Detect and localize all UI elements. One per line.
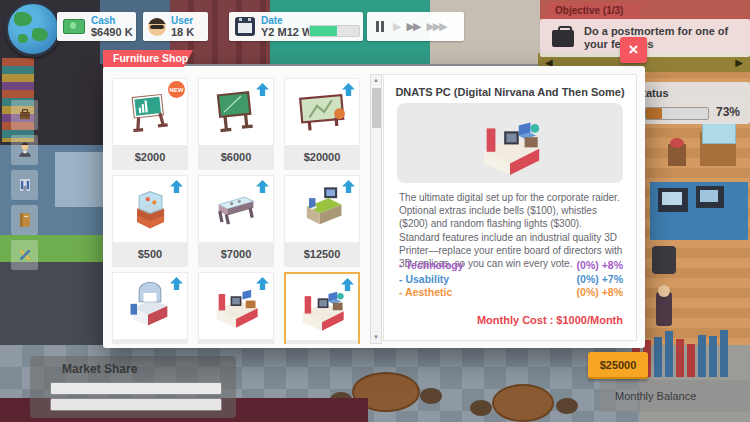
user-value: 18 K — [171, 26, 194, 38]
pause-button[interactable] — [376, 21, 386, 32]
objective-text: Do a postmortem for one of your features — [584, 25, 742, 51]
machine-icon — [15, 175, 35, 195]
upgrade-arrow-icon — [341, 82, 356, 101]
week-progress-fill — [310, 26, 337, 36]
journal-icon — [15, 210, 35, 230]
shop-item-grid: NEW $2000 $6000 $20000 $500 $7000 $12500 — [112, 74, 366, 344]
sidebar-button-journal[interactable] — [11, 205, 38, 235]
monitor-screen — [700, 190, 718, 202]
market-share-track-red — [50, 398, 222, 411]
balance-bar — [687, 344, 695, 377]
shop-item-desk-blue[interactable] — [112, 272, 188, 344]
stat-row: - Usability (0%) +7% — [399, 273, 623, 287]
sidebar-button-employee[interactable] — [11, 135, 38, 165]
plant — [670, 138, 684, 148]
cash-value: $6490 K — [91, 26, 133, 38]
shop-item-desk-red[interactable] — [198, 272, 274, 344]
minimap-globe[interactable] — [5, 1, 61, 57]
employee-icon — [15, 140, 35, 160]
person — [656, 292, 672, 326]
shop-item-desk-dnats[interactable] — [284, 272, 360, 344]
stat-value: (0%) +8% — [577, 259, 623, 273]
scroll-up-arrow-icon[interactable]: ▲ — [371, 75, 381, 86]
cash-label: Cash — [91, 15, 133, 26]
fastest-forward-button[interactable]: ▶▶▶ — [426, 21, 445, 32]
game-screen: { "topbar": { "cash": {"label": "Cash", … — [0, 0, 750, 422]
scroll-down-arrow-icon[interactable]: ▼ — [371, 332, 381, 343]
chair — [420, 388, 442, 404]
monitor-screen — [662, 192, 682, 205]
week-progress-track — [309, 25, 360, 37]
sidebar-button-tools[interactable] — [11, 240, 38, 270]
shop-item-fishtank-long[interactable]: $7000 — [198, 175, 274, 267]
item-title: DNATS PC (Digital Nirvana And Then Some) — [384, 86, 636, 98]
shop-item-whiteboard[interactable]: NEW $2000 — [112, 78, 188, 170]
upgrade-arrow-icon — [341, 179, 356, 198]
upgrade-arrow-icon — [255, 276, 270, 295]
stat-name: - Technology — [399, 259, 464, 273]
shop-scrollbar[interactable]: ▲ ▼ — [370, 74, 382, 344]
fast-forward-button[interactable]: ▶▶ — [406, 21, 419, 32]
upgrade-arrow-icon — [255, 179, 270, 198]
stat-name: - Aesthetic — [399, 286, 452, 300]
item-price: $20000 — [285, 145, 359, 169]
shop-item-bigscreen[interactable]: $20000 — [284, 78, 360, 170]
briefcase-icon — [15, 105, 35, 125]
monthly-balance-label-panel: Monthly Balance — [600, 380, 750, 412]
item-price: $500 — [113, 242, 187, 266]
play-button[interactable]: ▶ — [393, 21, 399, 32]
upgrade-arrow-icon — [169, 179, 184, 198]
item-price — [199, 339, 273, 344]
balance-bar — [698, 335, 706, 377]
user-icon — [148, 18, 166, 36]
tools-icon — [15, 245, 35, 265]
market-share-title: Market Share — [62, 362, 137, 376]
item-monthly-cost: Monthly Cost : $1000/Month — [477, 314, 623, 326]
user-label: User — [171, 15, 194, 26]
item-price — [113, 339, 187, 344]
monthly-balance-label: Monthly Balance — [615, 390, 696, 402]
stat-value: (0%) +7% — [577, 273, 623, 287]
objective-next-button[interactable]: ▶ — [735, 57, 743, 68]
shop-item-fishtank-small[interactable]: $500 — [112, 175, 188, 267]
balance-bar — [720, 330, 728, 377]
status-progress-track — [645, 107, 709, 120]
close-icon[interactable]: × — [620, 37, 647, 63]
briefcase-icon — [552, 30, 574, 47]
stat-name: - Usability — [399, 273, 449, 287]
market-share-track-blue — [50, 382, 222, 395]
sidebar-toolbar — [11, 100, 38, 275]
item-price: $6000 — [199, 145, 273, 169]
market-share-panel: Market Share — [30, 356, 236, 418]
item-detail-panel: DNATS PC (Digital Nirvana And Then Some)… — [383, 74, 637, 341]
upgrade-arrow-icon — [340, 277, 355, 296]
objective-header: Objective (1/3) — [545, 3, 642, 19]
desk-dnats-icon — [456, 108, 564, 178]
upgrade-arrow-icon — [169, 276, 184, 295]
date-value: Y2 M12 W — [261, 26, 312, 38]
item-price — [286, 340, 358, 344]
item-price: $12500 — [285, 242, 359, 266]
chair — [556, 398, 578, 414]
user-panel: User 18 K — [143, 12, 208, 41]
sidebar-button-machine[interactable] — [11, 170, 38, 200]
status-progress-fill — [646, 108, 662, 119]
person-head — [658, 285, 670, 297]
status-percent: 73% — [716, 105, 740, 119]
item-price: $7000 — [199, 242, 273, 266]
new-badge: NEW — [168, 81, 185, 98]
cash-panel: Cash $6490 K — [57, 12, 136, 41]
furniture-shop-title-tab[interactable]: Furniture Shop — [103, 50, 193, 67]
shop-item-desk-green[interactable]: $12500 — [284, 175, 360, 267]
item-stats: - Technology (0%) +8%- Usability (0%) +7… — [399, 259, 623, 300]
stat-row: - Technology (0%) +8% — [399, 259, 623, 273]
sidebar-button-briefcase[interactable] — [11, 100, 38, 130]
upgrade-arrow-icon — [255, 82, 270, 101]
playback-panel: ▶ ▶▶ ▶▶▶ — [367, 12, 464, 41]
buy-button[interactable]: $25000 — [588, 352, 648, 379]
balance-bar — [709, 336, 717, 377]
balance-bar — [654, 337, 662, 377]
scrollbar-thumb[interactable] — [372, 88, 381, 128]
calendar-icon — [235, 17, 255, 36]
shop-item-chalkboard[interactable]: $6000 — [198, 78, 274, 170]
